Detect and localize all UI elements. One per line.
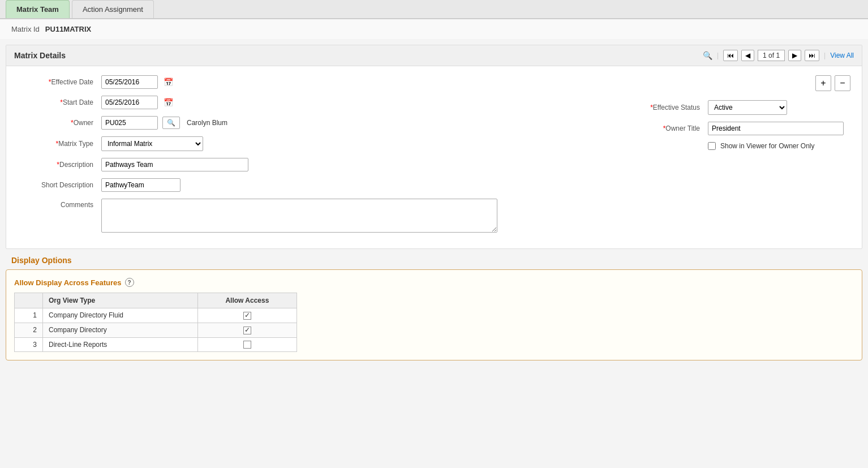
org-table: Org View Type Allow Access 1Company Dire…: [14, 293, 297, 352]
matrix-id-bar: Matrix Id PU11MATRIX: [0, 19, 868, 39]
divider-2: |: [824, 51, 826, 59]
next-page-button[interactable]: ▶: [788, 50, 801, 61]
checked-checkbox[interactable]: [243, 327, 251, 334]
page-indicator: 1 of 1: [758, 50, 785, 61]
table-row: 2Company Directory: [15, 323, 297, 337]
display-options-panel: Allow Display Across Features ? Org View…: [6, 269, 862, 360]
required-star-4: *: [56, 140, 59, 148]
effective-date-calendar-button[interactable]: 📅: [162, 76, 174, 88]
start-date-label: *Start Date: [18, 98, 97, 106]
unchecked-checkbox[interactable]: [243, 341, 251, 349]
row-access-cell[interactable]: [197, 337, 297, 352]
form-left-section: *Effective Date 📅 *Start Date 📅 *O: [18, 75, 613, 239]
col-header-num: [15, 293, 43, 308]
table-row: 3Direct-Line Reports: [15, 337, 297, 352]
required-star-3: *: [71, 119, 74, 127]
owner-title-input[interactable]: [708, 122, 844, 135]
add-row-button[interactable]: +: [815, 75, 831, 91]
matrix-type-label: *Matrix Type: [18, 140, 97, 148]
short-description-label: Short Description: [18, 181, 97, 189]
show-viewer-checkbox[interactable]: [708, 142, 716, 150]
panel-header: Matrix Details 🔍 | ⏮ ◀ 1 of 1 ▶ ⏭ | View…: [6, 45, 862, 66]
start-date-row: *Start Date 📅: [18, 96, 613, 109]
matrix-id-label: Matrix Id: [11, 25, 40, 33]
panel-nav: 🔍 | ⏮ ◀ 1 of 1 ▶ ⏭ | View All: [703, 50, 854, 61]
effective-status-label: *Effective Status: [624, 104, 703, 111]
row-access-cell[interactable]: [197, 323, 297, 337]
comments-row: Comments: [18, 199, 613, 233]
effective-date-row: *Effective Date 📅: [18, 75, 613, 89]
show-viewer-row: Show in Viewer for Owner Only: [624, 142, 850, 150]
owner-title-row: *Owner Title: [624, 122, 850, 135]
required-star-7: *: [663, 124, 666, 132]
effective-status-row: *Effective Status Active Inactive: [624, 100, 850, 115]
owner-row: *Owner 🔍 Carolyn Blum: [18, 116, 613, 130]
required-star-6: *: [650, 104, 653, 111]
table-row: 1Company Directory Fluid: [15, 308, 297, 323]
start-date-calendar-button[interactable]: 📅: [162, 97, 174, 108]
tab-matrix-team[interactable]: Matrix Team: [6, 0, 70, 18]
col-header-allow-access: Allow Access: [197, 293, 297, 308]
search-button[interactable]: 🔍: [703, 51, 712, 60]
row-type-cell: Company Directory: [43, 323, 198, 337]
table-header-row: Org View Type Allow Access: [15, 293, 297, 308]
required-star-2: *: [60, 98, 63, 106]
description-label: *Description: [18, 161, 97, 169]
required-star-5: *: [57, 161, 59, 169]
short-description-row: Short Description: [18, 178, 613, 192]
row-num-cell: 1: [15, 308, 43, 323]
first-page-button[interactable]: ⏮: [723, 50, 738, 61]
row-access-cell[interactable]: [197, 308, 297, 323]
tabs-bar: Matrix Team Action Assignment: [0, 0, 868, 19]
view-all-link[interactable]: View All: [830, 51, 854, 59]
form-right-section: + − *Effective Status Active Inactive: [613, 75, 850, 150]
owner-name: Carolyn Blum: [187, 119, 227, 127]
owner-search-button[interactable]: 🔍: [162, 117, 180, 129]
form-body: *Effective Date 📅 *Start Date 📅 *O: [6, 66, 862, 248]
owner-title-label: *Owner Title: [624, 124, 703, 132]
remove-row-button[interactable]: −: [835, 75, 850, 91]
divider-1: |: [717, 51, 719, 59]
owner-input[interactable]: [101, 116, 158, 130]
display-options-title: Display Options: [11, 256, 857, 265]
owner-label: *Owner: [18, 119, 97, 127]
row-type-cell: Company Directory Fluid: [43, 308, 198, 323]
effective-status-select[interactable]: Active Inactive: [708, 100, 787, 115]
required-star: *: [49, 78, 51, 86]
checked-checkbox[interactable]: [243, 312, 251, 320]
help-icon[interactable]: ?: [125, 278, 134, 287]
short-description-input[interactable]: [101, 178, 181, 192]
comments-textarea[interactable]: [101, 199, 497, 233]
show-viewer-label: Show in Viewer for Owner Only: [720, 142, 815, 150]
matrix-type-row: *Matrix Type Informal Matrix Formal Matr…: [18, 136, 613, 151]
allow-display-title: Allow Display Across Features ?: [14, 278, 854, 287]
col-header-org-view-type: Org View Type: [43, 293, 198, 308]
add-remove-buttons: + −: [624, 75, 850, 91]
description-row: *Description: [18, 158, 613, 171]
tab-action-assignment[interactable]: Action Assignment: [72, 0, 154, 18]
last-page-button[interactable]: ⏭: [805, 50, 819, 61]
effective-date-label: *Effective Date: [18, 78, 97, 86]
row-num-cell: 2: [15, 323, 43, 337]
matrix-type-select[interactable]: Informal Matrix Formal Matrix: [101, 136, 203, 151]
effective-date-input[interactable]: [101, 75, 158, 89]
start-date-input[interactable]: [101, 96, 158, 109]
prev-page-button[interactable]: ◀: [741, 50, 754, 61]
matrix-details-panel: Matrix Details 🔍 | ⏮ ◀ 1 of 1 ▶ ⏭ | View…: [6, 45, 862, 249]
comments-label: Comments: [18, 201, 97, 209]
matrix-id-value: PU11MATRIX: [45, 25, 91, 33]
row-num-cell: 3: [15, 337, 43, 352]
panel-title: Matrix Details: [14, 51, 66, 60]
row-type-cell: Direct-Line Reports: [43, 337, 198, 352]
description-input[interactable]: [101, 158, 248, 171]
